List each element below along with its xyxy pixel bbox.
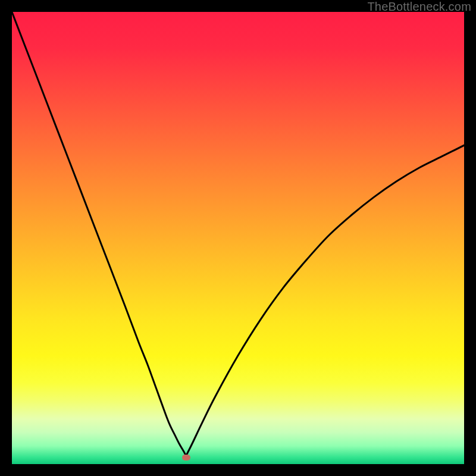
plot-area — [12, 12, 464, 464]
chart-frame: TheBottleneck.com — [0, 0, 476, 476]
watermark-text: TheBottleneck.com — [367, 0, 471, 14]
optimal-point-marker — [182, 455, 190, 461]
bottleneck-curve — [12, 12, 464, 464]
